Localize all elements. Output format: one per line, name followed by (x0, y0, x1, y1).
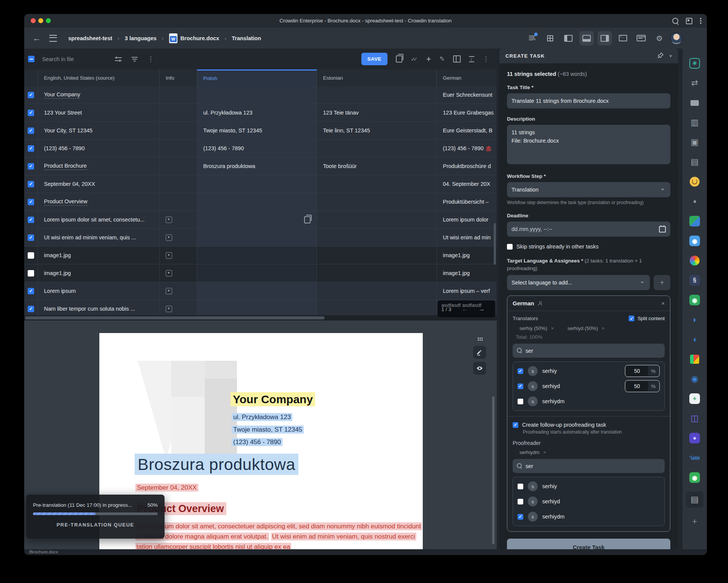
estonian-cell[interactable] (317, 211, 437, 228)
table-row[interactable]: Ut wisi enim ad minim veniam, quis ...Ut… (24, 229, 497, 247)
source-cell[interactable]: Lorem ipsum dolor sit amet, consectetu..… (38, 211, 160, 228)
translate-icon[interactable]: ⇄ (687, 77, 702, 89)
table-row[interactable]: Product BrochureBroszura produktowaToote… (24, 157, 497, 175)
cube-icon[interactable] (687, 354, 702, 365)
workflow-step-select[interactable]: Translation (507, 182, 670, 197)
context-icon[interactable] (166, 288, 172, 294)
row-checkbox[interactable] (28, 288, 34, 294)
create-task-button[interactable]: Create Task (507, 539, 670, 549)
source-cell[interactable]: image1.jpg (38, 264, 160, 282)
table-row[interactable]: September 04, 20XX04. September 20X (24, 175, 497, 193)
proofreader-search-input[interactable] (513, 459, 665, 473)
source-cell[interactable]: 123 Your Street (38, 104, 160, 121)
user-checkbox[interactable] (518, 368, 523, 374)
grid-view-button[interactable] (543, 31, 557, 46)
dot-icon[interactable] (687, 196, 702, 207)
preview-scrollbar[interactable] (492, 396, 494, 544)
eye-app-icon[interactable]: ◉ (687, 235, 702, 247)
row-checkbox[interactable] (28, 270, 34, 277)
right-panel-toggle[interactable] (598, 31, 612, 46)
user-avatar[interactable] (670, 32, 682, 44)
collapse-panel-icon[interactable]: ▾ (669, 53, 672, 59)
user-option-row[interactable]: sserhiyd% (518, 379, 660, 394)
german-cell[interactable]: Produktübersicht – (437, 193, 497, 211)
browser-extensions-icon[interactable] (686, 18, 692, 24)
tasks-list-button[interactable] (525, 31, 539, 46)
german-cell[interactable]: Produktbroschüre d (437, 157, 497, 175)
german-cell[interactable]: image1.jpg (437, 247, 497, 264)
settings-sliders-icon[interactable] (115, 57, 122, 62)
german-cell[interactable]: 123 Eure Grabesgas (437, 104, 497, 121)
context-icon[interactable] (166, 217, 172, 223)
user-option-row[interactable]: sserhiydm (518, 509, 660, 524)
horizontal-scrollbar[interactable] (24, 315, 497, 321)
context-icon[interactable] (166, 306, 172, 312)
bottom-panel-toggle[interactable] (579, 31, 594, 46)
add-language-button[interactable]: + (654, 275, 670, 290)
estonian-cell[interactable] (317, 193, 437, 211)
vertical-scrollbar[interactable] (494, 223, 496, 265)
source-cell[interactable]: Product Overview (38, 193, 160, 211)
user-checkbox[interactable] (518, 383, 523, 389)
chip-remove-icon[interactable]: × (543, 449, 546, 455)
settings-button[interactable]: ⚙ (652, 31, 667, 46)
table-row[interactable]: 123 Your Streetul. Przykładowa 123123 Te… (24, 104, 497, 122)
polish-cell[interactable]: (123) 456 - 7890 (197, 140, 317, 157)
search-input[interactable] (41, 56, 100, 63)
polish-cell[interactable] (197, 264, 317, 282)
column-header-german[interactable]: German (437, 69, 497, 86)
translator-app-icon[interactable] (687, 215, 702, 227)
user-checkbox[interactable] (518, 514, 523, 520)
table-row[interactable]: image1.jpgimage1.jpg (24, 264, 497, 282)
table-row[interactable]: Your City, ST 12345Twoje miasto, ST 1234… (24, 122, 497, 140)
polish-cell[interactable] (197, 211, 317, 228)
polish-cell[interactable]: ul. Przykładowa 123 (197, 104, 317, 121)
column-header-polish[interactable]: Polish (197, 69, 317, 86)
breadcrumb-file[interactable]: Brochure.docx (169, 33, 219, 43)
context-icon[interactable] (166, 252, 172, 259)
row-checkbox[interactable] (28, 181, 34, 187)
source-cell[interactable]: September 04, 20XX (38, 175, 160, 193)
estonian-cell[interactable] (317, 282, 437, 300)
estonian-cell[interactable]: 123 Teie tänav (317, 104, 437, 121)
estonian-cell[interactable] (317, 86, 437, 104)
drag-handle-icon[interactable] (477, 337, 483, 341)
split-content-checkbox[interactable] (629, 316, 634, 321)
toolbar-menu-icon[interactable]: ⋮ (483, 55, 489, 63)
select-all-checkbox[interactable] (28, 56, 35, 62)
expand-rows-icon[interactable] (469, 56, 474, 62)
table-row[interactable]: Product OverviewProduktübersicht – (24, 193, 497, 211)
shortcuts-button[interactable] (634, 31, 648, 46)
followup-proofreading-checkbox[interactable] (513, 422, 518, 428)
german-cell[interactable]: 04. September 20X (437, 175, 497, 193)
preview-visibility-button[interactable] (473, 362, 486, 375)
source-cell[interactable]: Your City, ST 12345 (38, 122, 160, 139)
percent-input[interactable] (626, 381, 648, 391)
polish-cell[interactable] (197, 247, 317, 264)
ai-assistant-icon[interactable]: ✳ (687, 58, 702, 69)
eye-play-icon[interactable]: ◉ (687, 373, 702, 385)
german-cell[interactable]: Lorem ipsum – verf (437, 282, 497, 300)
doc-info-icon[interactable]: ▤ (687, 156, 702, 168)
chip-remove-icon[interactable]: × (602, 325, 605, 331)
back-icon[interactable]: ← (33, 34, 41, 42)
color-wheel-icon[interactable] (687, 255, 702, 266)
pager-next-icon[interactable]: → (479, 306, 485, 313)
add-string-icon[interactable]: + (426, 54, 431, 64)
row-checkbox[interactable] (28, 252, 34, 259)
remove-language-icon[interactable]: × (661, 300, 665, 306)
user-checkbox[interactable] (518, 484, 523, 489)
smiley-icon[interactable] (687, 176, 702, 187)
deadline-input[interactable] (507, 222, 670, 237)
row-checkbox[interactable] (28, 110, 34, 116)
context-icon[interactable] (166, 270, 172, 277)
german-cell[interactable]: image1.jpg (437, 264, 497, 282)
pretranslation-queue-button[interactable]: PRE-TRANSLATION QUEUE (33, 522, 158, 528)
filter-icon[interactable] (132, 57, 138, 61)
library-icon[interactable]: ▣ (687, 137, 702, 148)
table-row[interactable]: image1.jpgimage1.jpg (24, 247, 497, 264)
skip-strings-checkbox[interactable] (507, 244, 513, 250)
column-header-source[interactable]: English, United States (source) (38, 69, 160, 86)
preview-edit-button[interactable] (473, 346, 486, 359)
source-cell[interactable]: Product Brochure (38, 157, 160, 175)
